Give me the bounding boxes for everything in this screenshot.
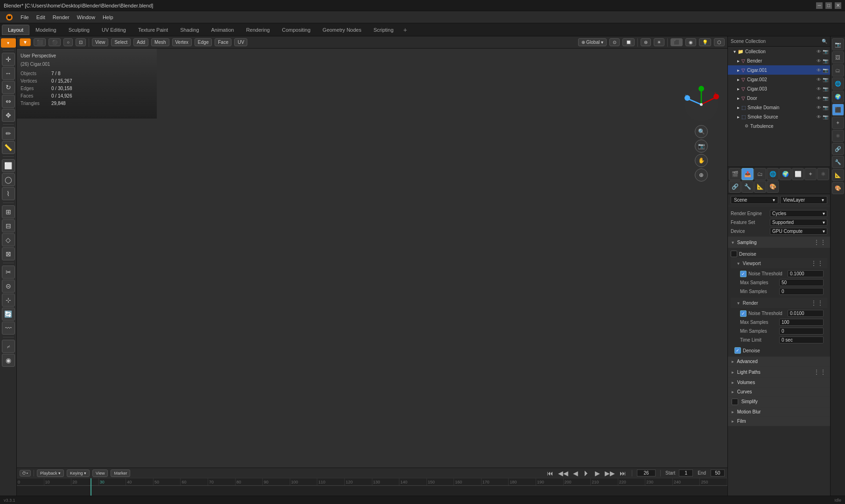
outliner-filter-icon[interactable]: 🔍: [822, 39, 827, 44]
poly-build-tool[interactable]: ⊹: [2, 294, 15, 307]
curves-section-header[interactable]: ▸ Curves: [728, 387, 830, 396]
scene-selector[interactable]: Scene ▾: [731, 196, 778, 204]
viewport-header-icon2[interactable]: ⚫: [49, 38, 61, 46]
viewlayer-icon-btn[interactable]: 🗂: [832, 64, 844, 77]
measure-tool[interactable]: 📏: [2, 141, 15, 154]
tab-geometry-nodes[interactable]: Geometry Nodes: [316, 25, 367, 35]
outliner-item-cigar001[interactable]: ▸ ▽ Cigar.001 👁 📷: [728, 65, 830, 75]
outliner-item-smoke-domain[interactable]: ▸ ⬚ Smoke Domain 👁 📷: [728, 103, 830, 112]
prop-tab-render[interactable]: 🎬: [729, 168, 741, 180]
viewport-min-samples-value[interactable]: 0: [779, 288, 824, 295]
prop-tab-particles[interactable]: ✦: [804, 168, 817, 180]
tab-layout[interactable]: Layout: [2, 25, 29, 35]
prop-tab-object[interactable]: ⬜: [792, 168, 804, 180]
tab-uv-editing[interactable]: UV Editing: [96, 25, 132, 35]
hand-btn[interactable]: ✋: [695, 154, 708, 167]
prop-tab-world[interactable]: 🌍: [779, 168, 791, 180]
solid-shading-btn[interactable]: ⬛: [670, 38, 683, 46]
scale-tool[interactable]: ⇔: [2, 95, 15, 108]
world-icon-btn[interactable]: 🌍: [832, 91, 844, 103]
viewport-3d[interactable]: User Perspective (26) Cigar.001 Objects …: [17, 49, 727, 468]
render-icon-btn[interactable]: 📷: [832, 38, 844, 50]
smooth-tool[interactable]: 〰: [2, 322, 15, 335]
knife-tool[interactable]: ✂: [2, 266, 15, 279]
outliner-item-turbulence[interactable]: ⚙ Turbulence: [728, 121, 830, 131]
particles-btn[interactable]: ✦: [832, 117, 844, 129]
render-min-samples-value[interactable]: 0: [779, 328, 824, 335]
circle-select-tool[interactable]: ◯: [2, 173, 15, 186]
uv-menu[interactable]: UV: [234, 38, 247, 46]
smoke-source-eye-icon[interactable]: 👁: [817, 114, 821, 119]
active-prop-btn[interactable]: ⬛: [832, 104, 844, 116]
zoom-in-btn[interactable]: 🔍: [695, 125, 708, 138]
menu-help[interactable]: Help: [99, 14, 117, 21]
xray-btn[interactable]: ☀: [654, 38, 664, 46]
outliner-item-bender[interactable]: ▸ ▽ Bender 👁 📷: [728, 56, 830, 65]
simplify-checkbox[interactable]: [732, 399, 738, 405]
modifiers-btn[interactable]: 🔧: [832, 156, 844, 168]
menu-render[interactable]: Render: [49, 14, 73, 21]
device-dropdown[interactable]: GPU Compute ▾: [770, 228, 827, 235]
viewport-mode-icon[interactable]: ▼: [20, 38, 31, 46]
jump-end-btn[interactable]: ⏭: [619, 469, 627, 477]
feature-set-dropdown[interactable]: Supported ▾: [770, 219, 827, 226]
prop-tab-scene[interactable]: 🌐: [767, 168, 779, 180]
minimize-button[interactable]: ─: [816, 2, 823, 9]
shear-tool[interactable]: ⌿: [2, 340, 15, 353]
viewport-header-icon3[interactable]: ○: [63, 38, 73, 46]
smoke-domain-eye-icon[interactable]: 👁: [817, 105, 821, 110]
constraints-btn[interactable]: 🔗: [832, 143, 844, 155]
navigation-gizmo[interactable]: X Z Y 🔍 📷 ✋ ⊕: [683, 86, 720, 182]
light-paths-menu-dots[interactable]: ⋮⋮: [813, 368, 826, 376]
smoke-domain-render-icon[interactable]: 📷: [823, 105, 828, 110]
snap-btn[interactable]: 🔲: [622, 38, 635, 46]
tab-animation[interactable]: Animation: [205, 25, 240, 35]
add-workspace-button[interactable]: +: [399, 24, 411, 35]
wireframe-shading-btn[interactable]: ⬡: [714, 38, 725, 46]
tab-scripting[interactable]: Scripting: [367, 25, 399, 35]
bevel-tool[interactable]: ◇: [2, 233, 15, 246]
add-menu[interactable]: Add: [133, 38, 148, 46]
edge-menu[interactable]: Edge: [195, 38, 212, 46]
viewport-menu-dots[interactable]: ⋮⋮: [810, 259, 824, 267]
scene-icon-btn[interactable]: 🌐: [832, 77, 844, 90]
prop-tab-physics[interactable]: ⚛: [817, 168, 829, 180]
volumes-section-header[interactable]: ▸ Volumes: [728, 378, 830, 387]
cigar001-eye-icon[interactable]: 👁: [817, 68, 821, 73]
keying-btn[interactable]: Keying ▾: [67, 469, 90, 477]
cigar002-render-icon[interactable]: 📷: [823, 77, 828, 82]
restore-button[interactable]: □: [825, 2, 832, 9]
outliner-item-cigar003[interactable]: ▸ ▽ Cigar.003 👁 📷: [728, 84, 830, 93]
light-paths-section-header[interactable]: ▸ Light Paths ⋮⋮: [728, 366, 830, 378]
simplify-header[interactable]: Simplify: [728, 397, 830, 407]
render-noise-threshold-value[interactable]: 0.0100: [788, 310, 824, 317]
inset-tool[interactable]: ⊟: [2, 219, 15, 232]
annotate-tool[interactable]: ✏: [2, 127, 15, 140]
start-frame-input[interactable]: [679, 469, 693, 476]
cigar003-render-icon[interactable]: 📷: [823, 86, 828, 91]
transform-tool[interactable]: ✥: [2, 109, 15, 122]
view-timeline-btn[interactable]: View: [92, 469, 108, 477]
smoke-source-render-icon[interactable]: 📷: [823, 114, 828, 119]
camera-btn[interactable]: 📷: [695, 140, 708, 153]
bender-eye-icon[interactable]: 👁: [817, 58, 821, 63]
rotate-tool[interactable]: ↻: [2, 81, 15, 94]
cigar003-eye-icon[interactable]: 👁: [817, 86, 821, 91]
end-frame-input[interactable]: [711, 469, 725, 476]
viewport-header-icon1[interactable]: ⬛: [34, 38, 46, 46]
sampling-section-header[interactable]: ▾ Sampling ⋮⋮: [728, 237, 830, 248]
cigar001-render-icon[interactable]: 📷: [823, 68, 828, 73]
motion-blur-section-header[interactable]: ▸ Motion Blur: [728, 407, 830, 416]
tab-rendering[interactable]: Rendering: [240, 25, 276, 35]
move-tool[interactable]: ↔: [2, 67, 15, 80]
prop-tab-constraints[interactable]: 🔗: [729, 181, 741, 193]
rendered-shading-btn[interactable]: 💡: [699, 38, 711, 46]
physics-btn[interactable]: ⚛: [832, 130, 844, 142]
denoise-checkbox[interactable]: [731, 251, 737, 257]
prev-keyframe-btn[interactable]: ◀◀: [557, 469, 569, 477]
render-output-btn[interactable]: 🖼: [832, 51, 844, 63]
menu-file[interactable]: File: [17, 14, 33, 21]
zoom-btn[interactable]: ⊕: [695, 168, 708, 182]
proportional-edit-btn[interactable]: ⊙: [609, 38, 620, 46]
timeline-track[interactable]: 0 10 20 30 40 50 60 70 80 90 100 110 120…: [17, 478, 727, 496]
